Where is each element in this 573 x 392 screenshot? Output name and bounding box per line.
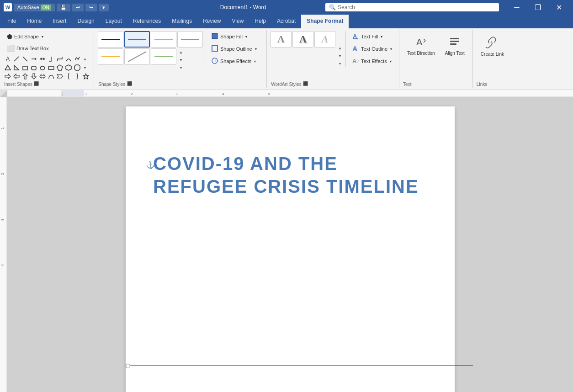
customize-qat-button[interactable]: ▾ (99, 4, 109, 11)
style-scroll-more[interactable]: ▾ (177, 64, 185, 71)
svg-text:3: 3 (176, 92, 179, 96)
line-style-green[interactable] (151, 48, 176, 65)
shape-lr-arrow-btn[interactable] (38, 72, 47, 80)
tab-view[interactable]: View (227, 15, 249, 28)
line-style-dark[interactable] (98, 31, 123, 48)
tab-file[interactable]: File (2, 15, 21, 28)
wordart-styles-expand[interactable]: ⬛ (303, 80, 308, 87)
window-controls: ─ ❐ ✕ (506, 0, 569, 15)
wordart-scroll-more[interactable]: ▾ (336, 60, 344, 67)
shape-r-arrow-btn[interactable] (4, 72, 12, 80)
title-line2: REFUGEE CRISIS TIMELINE (153, 176, 419, 196)
shapes-scroll-down[interactable]: ▼ (82, 64, 88, 71)
insert-shapes-expand[interactable]: ⬛ (34, 80, 39, 87)
shape-double-arrow-btn[interactable] (38, 55, 47, 63)
shape-oval-btn[interactable] (38, 64, 47, 72)
restore-button[interactable]: ❐ (527, 0, 548, 15)
svg-rect-12 (48, 67, 54, 69)
shape-rect-btn[interactable] (21, 64, 29, 72)
anchor-icon: ⚓ (146, 160, 155, 169)
insert-shapes-label: Insert Shapes (4, 81, 33, 87)
wordart-swatch-shadow[interactable]: A (292, 31, 313, 48)
shape-u-arrow-btn[interactable] (21, 72, 29, 80)
create-link-icon (485, 35, 499, 51)
text-outline-button[interactable]: A Text Outline ▾ (349, 43, 395, 54)
wordart-scroll-up[interactable]: ▲ (336, 44, 344, 52)
wordart-swatch-light[interactable]: A (314, 31, 335, 48)
shape-text-btn[interactable]: A (4, 55, 12, 63)
tab-acrobat[interactable]: Acrobat (271, 15, 301, 28)
shape-freeform-btn[interactable] (73, 55, 81, 63)
autosave-toggle[interactable]: AutoSave ON (14, 4, 55, 11)
line-style-lightblue[interactable] (177, 31, 203, 48)
minimize-button[interactable]: ─ (506, 0, 527, 15)
shape-pent-btn[interactable] (56, 64, 64, 72)
shape-lbrace-btn[interactable]: { (64, 72, 73, 80)
shape-rbrace-btn[interactable]: } (73, 72, 81, 80)
tab-layout[interactable]: Layout (100, 15, 127, 28)
tab-home[interactable]: Home (21, 15, 47, 28)
shape-star-btn[interactable] (82, 72, 90, 80)
line-style-gold[interactable] (98, 48, 123, 65)
tab-design[interactable]: Design (72, 15, 100, 28)
edit-shape-dropdown-icon: ▾ (42, 35, 43, 39)
style-scroll-up[interactable]: ▲ (177, 48, 185, 56)
align-text-button[interactable]: Align Text (441, 33, 469, 58)
shape-hex-btn[interactable] (64, 64, 73, 72)
shape-chevron-btn[interactable] (56, 72, 64, 80)
shape-styles-expand[interactable]: ⬛ (127, 80, 132, 87)
line-swatch-row4: ▲ ▼ ▾ (151, 48, 203, 71)
shape-elbow-btn[interactable] (47, 55, 55, 63)
svg-marker-14 (66, 65, 71, 70)
shape-rtri-btn[interactable] (12, 64, 21, 72)
undo-button[interactable]: ↩ (72, 4, 84, 11)
shapes-scroll-up[interactable]: ▲ (82, 56, 88, 62)
shape-curve2-btn[interactable] (47, 72, 55, 80)
shape-fill-button[interactable]: Shape Fill ▾ (208, 31, 263, 42)
svg-point-11 (40, 66, 45, 70)
align-text-label: Align Text (445, 51, 465, 56)
tab-help[interactable]: Help (249, 15, 271, 28)
create-link-label: Create Link (481, 52, 504, 57)
text-group-content: A Text Direction Align Text (403, 31, 469, 81)
shape-line-btn[interactable] (12, 55, 21, 63)
shape-l-arrow-btn[interactable] (12, 72, 21, 80)
wordart-swatch-plain[interactable]: A (271, 31, 292, 48)
shape-oct-btn[interactable] (73, 64, 81, 72)
shape-d-arrow-btn[interactable] (30, 72, 38, 80)
search-icon: 🔍 (329, 4, 336, 11)
tab-review[interactable]: Review (197, 15, 226, 28)
shape-curve-btn[interactable] (64, 55, 73, 63)
line-style-gray[interactable] (124, 48, 150, 65)
create-link-button[interactable]: Create Link (477, 33, 508, 59)
tab-mailings[interactable]: Mailings (166, 15, 197, 28)
search-input[interactable] (338, 4, 495, 11)
shape-outline-button[interactable]: Shape Outline ▾ (208, 43, 263, 54)
text-fill-button[interactable]: A Text Fill ▾ (349, 31, 395, 42)
shape-arrow-btn[interactable] (30, 55, 38, 63)
shapes-scrollbar: ▲ (82, 56, 90, 62)
svg-text:4: 4 (0, 264, 5, 266)
line-style-blue[interactable] (124, 31, 150, 48)
tab-shape-format[interactable]: Shape Format (301, 15, 349, 28)
tab-references[interactable]: References (127, 15, 166, 28)
text-direction-button[interactable]: A Text Direction (403, 33, 439, 58)
text-effects-button[interactable]: A Text Effects ▾ (349, 56, 395, 67)
draw-text-box-button[interactable]: ⬜ Draw Text Box (4, 43, 52, 54)
shape-rrect-btn[interactable] (30, 64, 38, 72)
edit-shape-button[interactable]: ⬟ Edit Shape ▾ (4, 31, 47, 42)
tab-insert[interactable]: Insert (47, 15, 72, 28)
shape-wide-btn[interactable] (47, 64, 55, 72)
shape-tri-btn[interactable] (4, 64, 12, 72)
shape-effects-button[interactable]: Shape Effects ▾ (208, 56, 263, 67)
save-button[interactable]: 💾 (57, 4, 70, 11)
style-scroll-down[interactable]: ▼ (177, 56, 185, 64)
redo-button[interactable]: ↪ (85, 4, 97, 11)
wordart-scroll-down[interactable]: ▼ (336, 52, 344, 59)
close-button[interactable]: ✕ (548, 0, 569, 15)
svg-rect-48 (61, 90, 84, 96)
shape-bent-btn[interactable] (56, 55, 64, 63)
line-style-yellow[interactable] (151, 31, 176, 48)
shape-diagonal-btn[interactable] (21, 55, 29, 63)
svg-line-0 (14, 57, 19, 61)
